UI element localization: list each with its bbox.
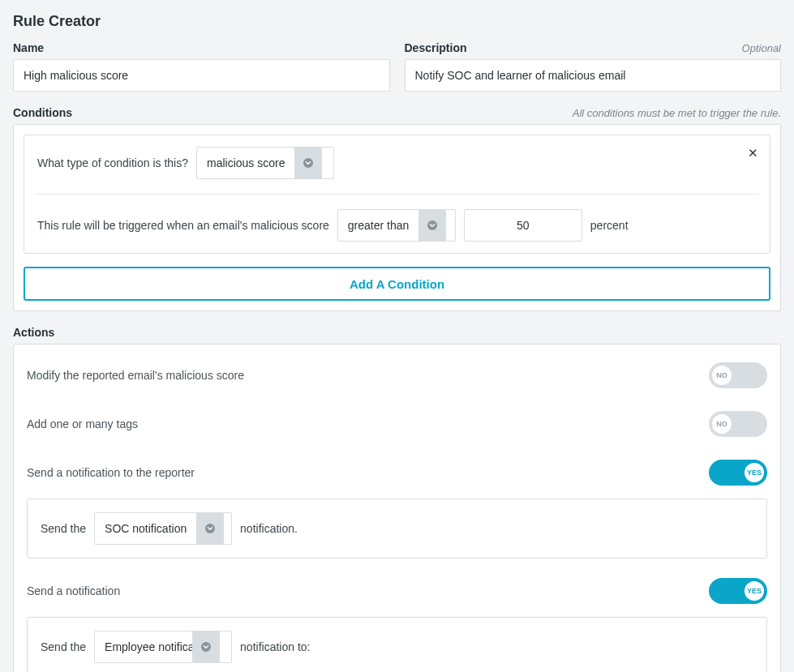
svg-point-2 — [205, 524, 215, 533]
conditions-header: Conditions All conditions must be met to… — [13, 106, 781, 119]
send-the-label-2: Send the — [41, 640, 86, 653]
toggle-knob: NO — [712, 366, 732, 385]
name-input[interactable] — [13, 59, 390, 92]
name-field: Name — [13, 41, 390, 92]
add-condition-button[interactable]: Add A Condition — [24, 267, 770, 301]
notify-reporter-subpanel: Send the SOC notification notification. — [27, 499, 767, 559]
actions-panel: Modify the reported email's malicious sc… — [13, 344, 781, 672]
page-title: Rule Creator — [13, 13, 781, 30]
toggle-knob: YES — [745, 581, 764, 601]
action-send-notification: Send a notification YES — [27, 567, 767, 615]
condition-divider — [36, 194, 758, 195]
svg-point-1 — [427, 220, 437, 230]
notification-template-suffix: notification to: — [240, 640, 310, 653]
condition-type-value: malicious score — [197, 148, 294, 178]
notification-template-select[interactable]: Employee notificat — [94, 631, 232, 663]
action-notify-reporter: Send a notification to the reporter YES — [27, 448, 767, 497]
condition-threshold-row: This rule will be triggered when an emai… — [37, 209, 757, 242]
condition-type-row: What type of condition is this? maliciou… — [37, 147, 757, 179]
condition-type-select[interactable]: malicious score — [196, 147, 334, 179]
action-send-notification-label: Send a notification — [27, 584, 120, 597]
condition-type-prompt: What type of condition is this? — [37, 156, 188, 169]
conditions-hint: All conditions must be met to trigger th… — [573, 107, 781, 119]
name-label: Name — [13, 41, 44, 54]
description-label: Description — [405, 41, 467, 54]
send-notification-subpanel: Send the Employee notificat notification… — [27, 617, 767, 672]
threshold-unit: percent — [590, 219, 629, 232]
action-add-tags-label: Add one or many tags — [27, 417, 138, 430]
reporter-template-suffix: notification. — [240, 522, 298, 535]
notification-template-value: Employee notificat — [95, 631, 192, 662]
toggle-modify-score[interactable]: NO — [709, 362, 767, 388]
toggle-knob: NO — [712, 414, 732, 434]
chevron-down-icon — [192, 631, 220, 662]
action-notify-reporter-label: Send a notification to the reporter — [27, 466, 195, 479]
toggle-knob: YES — [745, 463, 764, 482]
svg-point-0 — [303, 158, 313, 168]
rule-creator-page: Rule Creator Name Description Optional C… — [0, 0, 794, 672]
condition-card: ✕ What type of condition is this? malici… — [24, 135, 770, 254]
toggle-send-notification[interactable]: YES — [709, 578, 767, 604]
threshold-input[interactable] — [464, 209, 582, 242]
send-the-label: Send the — [41, 522, 86, 535]
conditions-panel: ✕ What type of condition is this? malici… — [13, 124, 781, 311]
reporter-template-select[interactable]: SOC notification — [94, 512, 232, 545]
chevron-down-icon — [294, 148, 322, 178]
actions-label: Actions — [13, 326, 54, 339]
toggle-notify-reporter[interactable]: YES — [709, 460, 767, 486]
operator-select[interactable]: greater than — [337, 209, 456, 242]
description-hint: Optional — [742, 42, 781, 54]
reporter-template-value: SOC notification — [95, 513, 196, 544]
operator-value: greater than — [338, 210, 419, 241]
chevron-down-icon — [418, 210, 446, 241]
action-modify-score-label: Modify the reported email's malicious sc… — [27, 369, 244, 382]
toggle-add-tags[interactable]: NO — [709, 411, 767, 437]
action-add-tags: Add one or many tags NO — [27, 400, 767, 448]
description-field: Description Optional — [405, 41, 782, 92]
actions-header: Actions — [13, 326, 781, 339]
conditions-label: Conditions — [13, 106, 72, 119]
name-description-row: Name Description Optional — [13, 41, 781, 92]
trigger-prefix: This rule will be triggered when an emai… — [37, 219, 329, 232]
chevron-down-icon — [196, 513, 224, 544]
remove-condition-icon[interactable]: ✕ — [748, 147, 758, 159]
description-input[interactable] — [405, 59, 782, 92]
svg-point-3 — [201, 642, 211, 652]
action-modify-score: Modify the reported email's malicious sc… — [27, 351, 767, 400]
